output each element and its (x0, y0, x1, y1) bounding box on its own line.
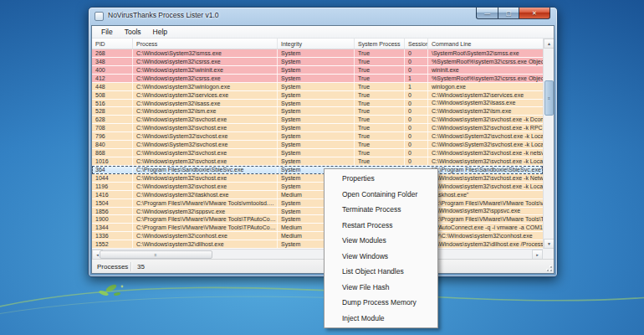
cell-pid: 268 (92, 49, 133, 57)
cell-command_line: C:\Windows\system32\svchost.exe -k netsv… (428, 149, 543, 157)
cell-command_line: C:\Windows\system32\svchost.exe -k Local… (428, 157, 543, 165)
cell-system_process: True (355, 66, 405, 74)
column-header-process[interactable]: Process (133, 39, 278, 49)
column-header-integrity[interactable]: Integrity (278, 39, 355, 49)
cell-pid: 1552 (92, 240, 133, 248)
process-row-412[interactable]: 412C:\Windows\system32\csrss.exeSystemTr… (92, 75, 543, 83)
process-row-628[interactable]: 628C:\Windows\system32\svchost.exeSystem… (92, 116, 543, 124)
process-row-1196[interactable]: 1196C:\Windows\system32\svchost.exeSyste… (92, 183, 543, 191)
thumb-grip-icon: ≡ (155, 252, 158, 257)
process-row-1504[interactable]: 1504C:\Program Files\VMware\VMware Tools… (92, 199, 543, 208)
context-menu-item-view-file-hash[interactable]: View File Hash (325, 280, 437, 296)
cell-process: C:\Windows\system32\dllhost.exe (133, 240, 278, 248)
cell-pid: 1016 (92, 157, 133, 165)
process-row-1344[interactable]: 1344C:\Program Files\VMware\VMware Tools… (92, 224, 543, 232)
process-row-1900[interactable]: 1900C:\Program Files\VMware\VMware Tools… (92, 215, 543, 224)
context-menu: PropertiesOpen Containing FolderTerminat… (324, 168, 438, 328)
process-list: PIDProcessIntegritySystem ProcessSession… (92, 39, 554, 259)
process-row-508[interactable]: 508C:\Windows\system32\services.exeSyste… (92, 91, 543, 100)
cell-command_line: C:\Windows\system32\services.exe (428, 91, 543, 99)
process-row-1856[interactable]: 1856C:\Windows\system32\sppsvc.exeSystem… (92, 208, 543, 216)
process-row-516[interactable]: 516C:\Windows\system32\lsass.exeSystemTr… (92, 100, 543, 108)
menubar-item-tools[interactable]: Tools (119, 26, 147, 38)
process-row-1016[interactable]: 1016C:\Windows\system32\svchost.exeSyste… (92, 157, 543, 166)
statusbar: Processes 35 (92, 259, 554, 273)
scroll-up-button[interactable]: ▲ (544, 39, 554, 49)
process-row-1044[interactable]: 1044C:\Windows\system32\svchost.exeSyste… (92, 174, 543, 183)
context-menu-item-list-object-handles[interactable]: List Object Handles (325, 264, 437, 280)
process-row-528[interactable]: 528C:\Windows\system32\lsm.exeSystemTrue… (92, 107, 543, 116)
cell-system_process: True (355, 141, 405, 148)
cell-system_process: True (355, 149, 405, 157)
titlebar[interactable]: NoVirusThanks Process Lister v1.0 — ▢ ✕ (89, 8, 557, 25)
scroll-right-button[interactable]: ▸ (532, 250, 543, 259)
process-row-348[interactable]: 348C:\Windows\system32\csrss.exeSystemTr… (92, 58, 543, 66)
cell-process: C:\Windows\system32\sppsvc.exe (133, 208, 278, 215)
horizontal-scrollbar[interactable]: ◂ ≡ ▸ (92, 249, 543, 259)
menubar-item-file[interactable]: File (95, 26, 119, 38)
cell-process: C:\Windows\system32\services.exe (133, 91, 278, 99)
resize-grip[interactable] (544, 263, 552, 271)
cell-process: C:\Program Files\VMware\VMware Tools\TPA… (133, 224, 278, 231)
context-menu-item-restart-process[interactable]: Restart Process (325, 218, 437, 234)
process-row-400[interactable]: 400C:\Windows\system32\wininit.exeSystem… (92, 66, 543, 75)
vertical-scroll-thumb[interactable]: ≡ (544, 80, 554, 116)
process-row-840[interactable]: 840C:\Windows\System32\svchost.exeSystem… (92, 141, 543, 149)
column-header-system-process[interactable]: System Process (355, 39, 405, 49)
context-menu-item-inject-module[interactable]: Inject Module (325, 311, 437, 327)
column-header-pid[interactable]: PID (92, 39, 133, 49)
cell-process: C:\Windows\system32\svchost.exe (133, 157, 278, 165)
process-row-448[interactable]: 448C:\Windows\system32\winlogon.exeSyste… (92, 83, 543, 91)
cell-process: C:\Windows\system32\csrss.exe (133, 75, 278, 82)
cell-command_line: C:\Windows\system32\svchost.exe -k DcomL… (428, 116, 543, 123)
context-menu-item-properties[interactable]: Properties (325, 171, 437, 187)
minimize-button[interactable]: — (476, 8, 498, 19)
cell-command_line: C:\Windows\System32\svchost.exe -k Local… (428, 132, 543, 140)
cell-pid: 1504 (92, 199, 133, 207)
cell-command_line: C:\Windows\system32\sppsvc.exe (428, 208, 543, 215)
context-menu-item-dump-process-memory[interactable]: Dump Process Memory (325, 295, 437, 311)
cell-pid: 1856 (92, 208, 133, 215)
process-row-708[interactable]: 708C:\Windows\system32\svchost.exeSystem… (92, 124, 543, 132)
cell-command_line: "taskhost.exe" (428, 191, 543, 198)
cell-command_line: C:\Windows\system32\svchost.exe -k Netwo… (428, 174, 543, 182)
cell-process: C:\Windows\system32\taskhost.exe (133, 191, 278, 198)
cell-integrity: System (278, 149, 355, 157)
horizontal-scroll-thumb[interactable]: ≡ (100, 250, 212, 259)
process-row-1336[interactable]: 1336C:\Windows\system32\conhost.exeMediu… (92, 232, 543, 240)
cell-command_line: "C:\Program Files\VMware\VMware Tools\vm… (428, 199, 543, 207)
maximize-button[interactable]: ▢ (498, 8, 519, 19)
process-row-868[interactable]: 868C:\Windows\system32\svchost.exeSystem… (92, 149, 543, 157)
cell-process: C:\Windows\system32\svchost.exe (133, 183, 278, 190)
cell-command_line: %SystemRoot%\system32\csrss.exe ObjectD (428, 58, 543, 65)
process-row-1552[interactable]: 1552C:\Windows\system32\dllhost.exeSyste… (92, 240, 543, 249)
column-header-command-line[interactable]: Command Line (428, 39, 543, 49)
statusbar-processes-label: Processes (92, 263, 130, 271)
cell-integrity: System (278, 91, 355, 99)
column-header-session[interactable]: Session (405, 39, 428, 49)
cell-session: 0 (405, 124, 428, 131)
cell-pid: 708 (92, 124, 133, 131)
process-row-1416[interactable]: 1416C:\Windows\system32\taskhost.exeMedi… (92, 191, 543, 199)
vertical-scrollbar[interactable]: ▲ ≡ ▼ (543, 39, 554, 249)
cell-pid: 348 (92, 58, 133, 65)
close-icon: ✕ (532, 9, 537, 18)
cell-system_process: True (355, 83, 405, 90)
cell-command_line: C:\Windows\system32\svchost.exe -k Local… (428, 183, 543, 190)
process-row-268[interactable]: 268C:\Windows\System32\smss.exeSystemTru… (92, 49, 543, 58)
cell-integrity: System (278, 116, 355, 123)
context-menu-item-view-modules[interactable]: View Modules (325, 233, 437, 249)
context-menu-item-view-windows[interactable]: View Windows (325, 249, 437, 265)
menubar-item-help[interactable]: Help (147, 26, 173, 38)
cell-system_process: True (355, 49, 405, 57)
context-menu-item-terminate-process[interactable]: Terminate Process (325, 202, 437, 218)
cell-command_line: \??\C:\Windows\system32\conhost.exe (428, 232, 543, 240)
cell-process: C:\Program Files\VMware\VMware Tools\TPA… (133, 215, 278, 223)
desktop: NoVirusThanks Process Lister v1.0 — ▢ ✕ … (0, 0, 644, 335)
process-row-364[interactable]: 364C:\Program Files\Sandboxie\SbieSvc.ex… (92, 166, 543, 174)
scroll-down-button[interactable]: ▼ (544, 239, 554, 249)
context-menu-item-open-containing-folder[interactable]: Open Containing Folder (325, 187, 437, 203)
cell-session: 0 (405, 132, 428, 140)
close-button[interactable]: ✕ (519, 8, 550, 19)
process-row-796[interactable]: 796C:\Windows\System32\svchost.exeSystem… (92, 132, 543, 141)
